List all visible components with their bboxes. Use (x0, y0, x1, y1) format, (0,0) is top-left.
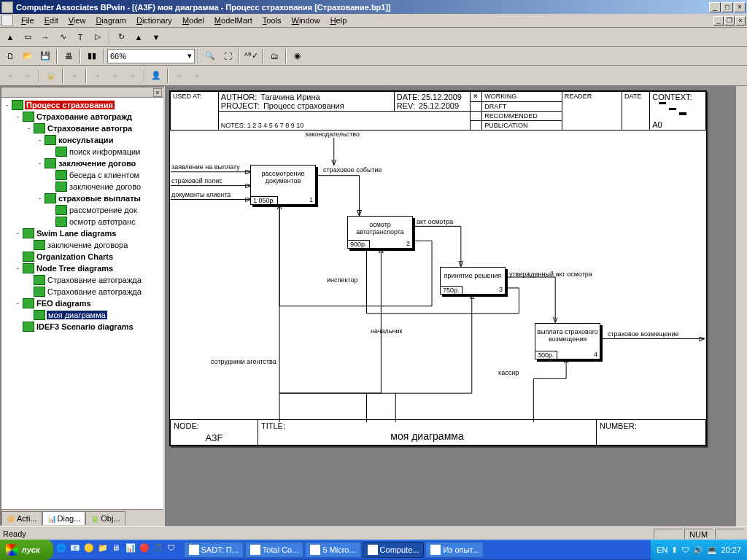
arrow-label: акт осмотра (417, 218, 453, 225)
mm-btn-3: ▫ (66, 68, 82, 84)
menu-help[interactable]: Help (325, 15, 352, 26)
menu-model[interactable]: Model (177, 15, 209, 26)
mm-btn-active[interactable]: 👤 (148, 68, 164, 84)
box-tool[interactable]: ▭ (20, 29, 36, 45)
direction-tool[interactable]: ▷ (90, 29, 106, 45)
mm-lock-icon: 🔒 (43, 68, 59, 84)
sidebar-close-icon[interactable]: × (153, 88, 162, 97)
tree-node[interactable]: -FEO diagrams (3, 298, 162, 309)
drawing-toolbar: ▲ ▭ → ∿ T ▷ ↻ ▲ ▼ (0, 28, 747, 47)
mdi-minimize-button[interactable]: _ (713, 16, 724, 26)
menu-edit[interactable]: Edit (39, 15, 63, 26)
activity-box-3[interactable]: принятие решения750р.3 (440, 267, 506, 295)
zoom-in-button[interactable]: 🔍 (202, 48, 218, 64)
up-tool[interactable]: ▲ (131, 29, 147, 45)
tab-diagrams[interactable]: 📊 Diag... (42, 511, 86, 525)
arrow-tool[interactable]: → (37, 29, 53, 45)
task-button[interactable]: Compute... (363, 542, 425, 558)
tree-node[interactable]: поиск информации (3, 146, 162, 158)
task-button[interactable]: 5 Micro... (305, 542, 360, 558)
maximize-button[interactable]: □ (721, 2, 733, 12)
tree-node[interactable]: заключение догово (3, 181, 162, 192)
zoom-combo[interactable]: 66%▾ (107, 49, 195, 63)
mm-btn-5: ▫ (107, 68, 123, 84)
close-button[interactable]: × (734, 2, 746, 12)
diagram-sheet: USED AT: AUTHOR: Тагачина Ирина PROJECT:… (169, 90, 707, 446)
lang-indicator[interactable]: EN (657, 545, 667, 554)
ql-icon-3[interactable]: 🟡 (84, 543, 97, 556)
ql-icon-7[interactable]: 🔴 (139, 543, 152, 556)
tree-node[interactable]: -Процесс страхования (3, 99, 162, 111)
down-tool[interactable]: ▼ (148, 29, 164, 45)
tree-node[interactable]: Страхование автогражда (3, 274, 162, 286)
tab-objects[interactable]: 🔋 Obj... (85, 511, 125, 525)
tray-icon-2[interactable]: 🛡 (681, 545, 689, 554)
reports-button[interactable]: ▮▮ (84, 48, 100, 64)
zoom-fit-button[interactable]: ⛶ (220, 48, 236, 64)
menu-tools[interactable]: Tools (258, 15, 287, 26)
new-button[interactable]: 🗋 (2, 48, 18, 64)
tree-node[interactable]: -Swim Lane diagrams (3, 228, 162, 239)
tree-node[interactable]: заключение договора (3, 239, 162, 251)
text-tool[interactable]: T (72, 29, 88, 45)
arrow-label: кассир (498, 369, 519, 376)
tray-icon-3[interactable]: 🔊 (693, 545, 703, 555)
clock[interactable]: 20:27 (721, 545, 741, 554)
save-button[interactable]: 💾 (37, 48, 53, 64)
tree-node[interactable]: -Node Tree diagrams (3, 262, 162, 274)
spellcheck-button[interactable]: ᴬᴮ✓ (243, 48, 259, 64)
task-button[interactable]: Total Co... (245, 542, 304, 558)
menu-dictionary[interactable]: Dictionary (131, 15, 177, 26)
print-button[interactable]: 🖶 (61, 48, 77, 64)
pointer-tool[interactable]: ▲ (2, 29, 18, 45)
tray-icon-4[interactable]: 💻 (707, 545, 717, 555)
model-explorer-button[interactable]: 🗂 (266, 48, 282, 64)
mm-btn-2: ▫ (20, 68, 36, 84)
ql-icon-4[interactable]: 📁 (98, 543, 111, 556)
refresh-icon[interactable]: ↻ (113, 29, 129, 45)
tree-view[interactable]: -Процесс страхования-Страхование автогра… (1, 98, 163, 509)
task-button[interactable]: Из опыт... (425, 542, 484, 558)
menu-modelmart[interactable]: ModelMart (209, 15, 258, 26)
tree-node[interactable]: -Страхование автогра (3, 122, 162, 134)
ql-icon-9[interactable]: 🛡 (167, 543, 180, 556)
tree-node[interactable]: -консультации (3, 134, 162, 146)
menu-window[interactable]: Window (287, 15, 325, 26)
activity-box-4[interactable]: выплата страхового возмещения300р.4 (535, 323, 600, 359)
ql-icon-1[interactable]: 🌐 (56, 543, 69, 556)
ql-icon-2[interactable]: 📧 (70, 543, 83, 556)
tree-node[interactable]: рассмотрение док (3, 204, 162, 216)
ql-icon-5[interactable]: 🖥 (112, 543, 125, 556)
tree-node[interactable]: беседа с клиентом (3, 169, 162, 181)
start-button[interactable]: пуск (0, 540, 53, 560)
ql-icon-6[interactable]: 📊 (125, 543, 139, 556)
tree-node[interactable]: -страховые выплаты (3, 192, 162, 204)
tree-node[interactable]: моя диаграмма (3, 309, 162, 321)
tree-node[interactable]: Organization Charts (3, 251, 162, 262)
status-bar: Ready NUM (0, 526, 747, 540)
ql-icon-8[interactable]: 🎵 (153, 543, 166, 556)
tree-node[interactable]: -заключение догово (3, 158, 162, 169)
mdi-restore-button[interactable]: ❐ (724, 16, 735, 26)
tree-node[interactable]: осмотр автотранс (3, 216, 162, 228)
tree-node[interactable]: -Страхование автогражд (3, 111, 162, 122)
open-button[interactable]: 📂 (20, 48, 36, 64)
quick-launch: 🌐 📧 🟡 📁 🖥 📊 🔴 🎵 🛡 (56, 543, 180, 556)
diagram-canvas[interactable]: USED AT: AUTHOR: Тагачина Ирина PROJECT:… (165, 86, 735, 526)
menu-file[interactable]: File (16, 15, 39, 26)
squiggle-tool[interactable]: ∿ (55, 29, 71, 45)
tree-node[interactable]: Страхование автогражда (3, 286, 162, 298)
minimize-button[interactable]: _ (709, 2, 721, 12)
activity-box-2[interactable]: осмотр автотранспорта900р.2 (347, 216, 413, 249)
status-pane-1 (654, 529, 683, 539)
mart-button[interactable]: ◉ (290, 48, 306, 64)
tab-activities[interactable]: 🔆 Acti... (1, 511, 42, 525)
tray-icon-1[interactable]: ⬆ (671, 545, 678, 555)
task-button[interactable]: SADT: П... (184, 542, 244, 558)
tree-node[interactable]: IDEF3 Scenario diagrams (3, 321, 162, 332)
menu-view[interactable]: View (63, 15, 91, 26)
mdi-close-button[interactable]: × (735, 16, 746, 26)
vertical-scrollbar[interactable] (735, 86, 747, 526)
activity-box-1[interactable]: рассмотрение документов1 050р.1 (250, 165, 316, 205)
menu-diagram[interactable]: Diagram (90, 15, 131, 26)
